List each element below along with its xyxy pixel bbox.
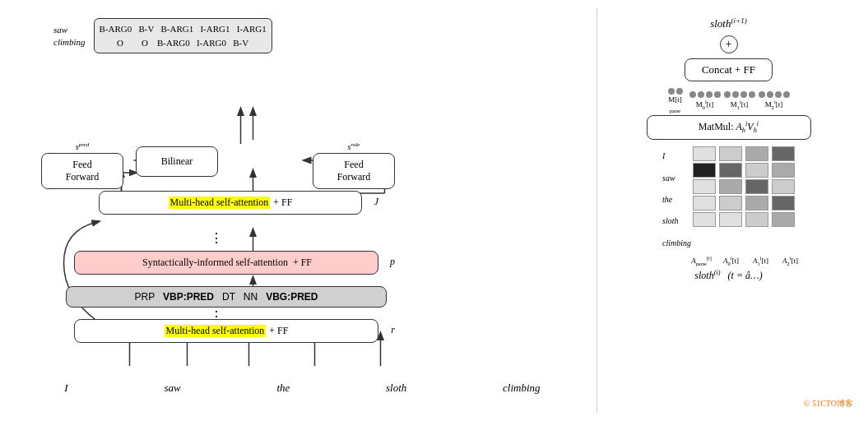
bilinear: Bilinear bbox=[136, 146, 218, 177]
m2-dots bbox=[759, 91, 790, 98]
ff-right-box: srole FeedForward bbox=[313, 141, 395, 153]
top-mha-box: Multi-head self-attention + FF bbox=[99, 191, 362, 215]
dot14 bbox=[783, 91, 790, 98]
ff-left-box: spred FeedForward bbox=[41, 141, 123, 153]
bottom-mha-box: Multi-head self-attention + FF bbox=[74, 319, 378, 343]
cell-a10 bbox=[745, 146, 768, 161]
word-saw: saw bbox=[164, 382, 180, 395]
top-mha-suffix: + FF bbox=[273, 197, 292, 209]
cell-a02 bbox=[719, 179, 742, 194]
col-label-a2: A2i[t] bbox=[779, 255, 802, 266]
m0-group: M0i[t] bbox=[689, 91, 721, 110]
cell-p4 bbox=[693, 212, 716, 227]
cell-p1 bbox=[693, 163, 716, 178]
m0-label: M0i[t] bbox=[696, 99, 713, 110]
matmul-box: MatMul: AhiVhi bbox=[647, 115, 811, 139]
top-mha-side-label: J bbox=[374, 196, 378, 208]
m1-dots bbox=[724, 91, 755, 98]
dot11 bbox=[759, 91, 765, 98]
rl-word-saw: saw bbox=[662, 173, 691, 183]
rl-word-climbing: climbing bbox=[662, 238, 691, 248]
dot7 bbox=[724, 91, 731, 98]
col-label-a1: A1i[t] bbox=[750, 255, 773, 266]
word-the: the bbox=[276, 382, 290, 395]
output-labels-area: saw climbing B-ARG0 B-V B-ARG1 I-ARG1 I-… bbox=[53, 18, 588, 53]
input-words-row: I saw the sloth climbing bbox=[16, 382, 588, 395]
cell-a22 bbox=[772, 179, 795, 194]
dot9 bbox=[740, 91, 747, 98]
bottom-mha-label: Multi-head self-attention bbox=[165, 325, 267, 337]
m-parse-label: M[t]parse bbox=[668, 95, 682, 113]
m-parse-group: M[t]parse bbox=[668, 88, 683, 113]
top-mha-label: Multi-head self-attention bbox=[169, 197, 271, 209]
m-labels-row: M[t]parse M0i[t] M bbox=[668, 88, 790, 113]
right-title: sloth(i+1) bbox=[710, 16, 747, 30]
right-panel: sloth(i+1) + Concat + FF M[t]parse bbox=[596, 8, 860, 413]
ff-right-label: srole bbox=[313, 141, 395, 151]
word-climbing: climbing bbox=[503, 382, 541, 395]
left-panel: saw climbing B-ARG0 B-V B-ARG1 I-ARG1 I-… bbox=[8, 8, 596, 413]
concat-label: Concat + FF bbox=[702, 63, 755, 76]
col-label-parse: Aparse[t] bbox=[690, 255, 713, 266]
cell-a21 bbox=[772, 163, 795, 178]
cell-a13 bbox=[745, 196, 768, 210]
dot8 bbox=[732, 91, 739, 98]
m0-dots bbox=[689, 91, 721, 98]
m1-group: M1i[t] bbox=[724, 91, 755, 110]
cell-a04 bbox=[719, 212, 742, 227]
dot1 bbox=[668, 88, 675, 95]
ff-right: FeedForward bbox=[313, 153, 395, 189]
m1-label: M1i[t] bbox=[731, 99, 748, 110]
cell-a00 bbox=[719, 146, 742, 161]
dot10 bbox=[749, 91, 755, 98]
syntax-suffix: + FF bbox=[293, 257, 312, 269]
pos-tags-box: PRP VBP:PRED DT NN VBG:PRED bbox=[66, 286, 387, 308]
dot4 bbox=[698, 91, 704, 98]
word-sloth: sloth bbox=[386, 382, 406, 395]
dot3 bbox=[689, 91, 696, 98]
rl-word-the: the bbox=[662, 195, 691, 204]
col-label-a0: A0i[t] bbox=[720, 255, 743, 266]
ff-left: FeedForward bbox=[41, 153, 123, 189]
watermark: © 51CTO博客 bbox=[804, 398, 853, 409]
cell-a12 bbox=[745, 179, 768, 194]
rl-word-sloth: sloth bbox=[662, 216, 691, 225]
plus-circle: + bbox=[720, 35, 738, 53]
dot6 bbox=[714, 91, 721, 98]
output-row2: O O B-ARG0 I-ARG0 B-V bbox=[117, 38, 248, 48]
matrix-area: I saw the sloth climbing bbox=[662, 146, 795, 253]
cell-a03 bbox=[719, 196, 742, 210]
col-parse bbox=[693, 146, 716, 253]
cell-p3 bbox=[693, 196, 716, 210]
m2-label: M2i[t] bbox=[765, 99, 782, 110]
saw-climbing-label: saw climbing bbox=[53, 24, 86, 48]
cell-a24 bbox=[772, 212, 795, 227]
main-container: saw climbing B-ARG0 B-V B-ARG1 I-ARG1 I-… bbox=[0, 0, 868, 421]
dot5 bbox=[706, 91, 713, 98]
dot13 bbox=[775, 91, 782, 98]
bottom-mha-suffix: + FF bbox=[269, 325, 288, 337]
ff-left-label: spred bbox=[41, 141, 123, 151]
syntax-side-label: p bbox=[390, 256, 395, 268]
col-a0 bbox=[719, 146, 742, 253]
word-I: I bbox=[64, 382, 67, 395]
cell-p0 bbox=[693, 146, 716, 161]
dot12 bbox=[767, 91, 773, 98]
dot2 bbox=[676, 88, 683, 95]
cell-a23 bbox=[772, 196, 795, 210]
output-row1: B-ARG0 B-V B-ARG1 I-ARG1 I-ARG1 bbox=[100, 24, 267, 34]
col-labels-row: Aparse[t] A0i[t] A1i[t] A2i[t] bbox=[656, 255, 802, 266]
m-parse-dots bbox=[668, 88, 683, 95]
right-bottom-text: sloth(i) (t = â…) bbox=[694, 269, 762, 282]
cell-a11 bbox=[745, 163, 768, 178]
cell-a14 bbox=[745, 212, 768, 227]
output-labels-box: B-ARG0 B-V B-ARG1 I-ARG1 I-ARG1 O O B-AR… bbox=[94, 18, 272, 53]
dots-top: ⋮ bbox=[210, 230, 223, 246]
cell-a01 bbox=[719, 163, 742, 178]
concat-ff-box: Concat + FF bbox=[685, 58, 773, 81]
syntax-box: Syntactically-informed self-attention + … bbox=[74, 251, 378, 275]
word-labels-right: I saw the sloth climbing bbox=[662, 146, 691, 253]
syntax-label: Syntactically-informed self-attention bbox=[141, 257, 290, 269]
col-a1 bbox=[745, 146, 768, 253]
bottom-mha-side-label: r bbox=[391, 324, 395, 336]
